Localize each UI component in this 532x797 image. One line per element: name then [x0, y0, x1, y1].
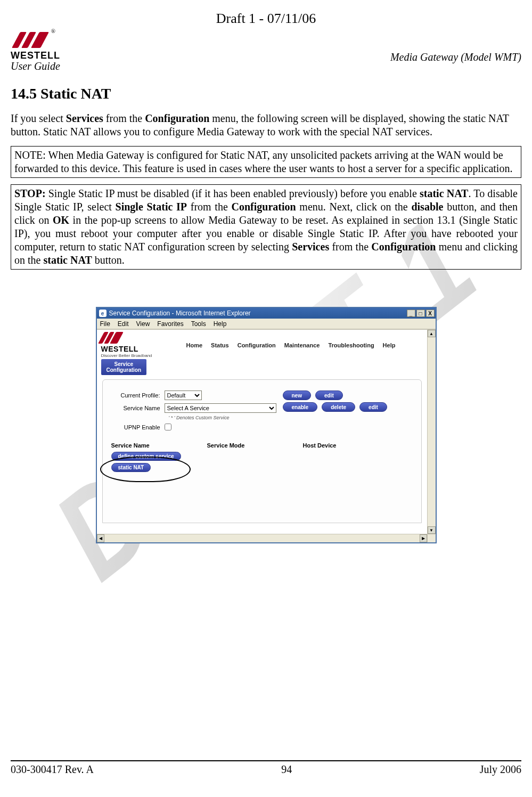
model-label: Media Gateway (Model WMT): [390, 51, 521, 63]
edit-profile-button[interactable]: edit: [315, 391, 343, 400]
service-config-panel: Current Profile: Default Service Name: [102, 379, 422, 523]
close-button[interactable]: X: [426, 310, 435, 317]
menu-help[interactable]: Help: [214, 320, 227, 328]
custom-service-footnote: ' * ' Denotes Custom Service: [169, 415, 230, 420]
section-title: 14.5 Static NAT: [11, 85, 521, 102]
app-logo: WESTELL Discover Better Broadband: [101, 332, 181, 358]
define-custom-service-button[interactable]: define custom service: [111, 452, 181, 461]
window-titlebar[interactable]: e Service Configuration - Microsoft Inte…: [97, 308, 436, 319]
nav-configuration[interactable]: Configuration: [238, 342, 276, 348]
nav-help[interactable]: Help: [383, 342, 396, 348]
ie-icon: e: [99, 310, 107, 317]
vertical-scrollbar[interactable]: ▲ ▼: [427, 330, 436, 534]
scroll-right-icon[interactable]: ▶: [420, 534, 427, 542]
minimize-button[interactable]: _: [407, 310, 415, 317]
maximize-button[interactable]: □: [416, 310, 425, 317]
service-name-select[interactable]: Select A Service: [165, 403, 276, 413]
nav-maintenance[interactable]: Maintenance: [284, 342, 320, 348]
note-box: NOTE: When Media Gateway is configured f…: [11, 146, 521, 178]
horizontal-scrollbar[interactable]: ◀ ▶: [97, 534, 427, 542]
nav-troubleshooting[interactable]: Troubleshooting: [328, 342, 374, 348]
menu-edit[interactable]: Edit: [118, 320, 129, 328]
scroll-down-icon[interactable]: ▼: [428, 526, 436, 534]
menu-favorites[interactable]: Favorites: [157, 320, 183, 328]
top-nav: Home Status Configuration Maintenance Tr…: [186, 342, 396, 348]
delete-service-button[interactable]: delete: [322, 402, 355, 412]
col-host-device: Host Device: [303, 442, 413, 449]
intro-paragraph: If you select Services from the Configur…: [11, 112, 521, 139]
footer-date: July 2006: [480, 763, 521, 776]
registered-mark: ®: [51, 28, 55, 34]
window-title: Service Configuration - Microsoft Intern…: [109, 310, 251, 317]
col-service-name: Service Name: [111, 442, 207, 449]
current-profile-select[interactable]: Default: [165, 391, 202, 400]
static-nat-button[interactable]: static NAT: [111, 463, 151, 472]
scroll-up-icon[interactable]: ▲: [428, 330, 436, 337]
westell-logo-text: WESTELL: [11, 50, 60, 61]
stop-box: STOP: Single Static IP must be disabled …: [11, 184, 521, 270]
menu-view[interactable]: View: [136, 320, 150, 328]
footer-rev: 030-300417 Rev. A: [11, 763, 94, 776]
new-profile-button[interactable]: new: [283, 391, 311, 400]
nav-home[interactable]: Home: [186, 342, 203, 348]
upnp-enable-checkbox[interactable]: [165, 424, 171, 430]
footer-page-number: 94: [281, 763, 292, 776]
enable-service-button[interactable]: enable: [283, 402, 318, 412]
scrollbar-corner: [427, 534, 436, 542]
service-name-label: Service Name: [111, 405, 165, 411]
menu-file[interactable]: File: [100, 320, 110, 328]
browser-window: e Service Configuration - Microsoft Inte…: [96, 307, 437, 543]
menubar: File Edit View Favorites Tools Help: [97, 319, 436, 329]
draft-header: Draft 1 - 07/11/06: [11, 11, 521, 27]
col-service-mode: Service Mode: [207, 442, 303, 449]
user-guide-label: User Guide: [11, 60, 60, 72]
service-configuration-tab[interactable]: Service Configuration: [101, 359, 147, 375]
upnp-enable-label: UPNP Enable: [111, 424, 165, 430]
menu-tools[interactable]: Tools: [191, 320, 206, 328]
edit-service-button[interactable]: edit: [359, 402, 387, 412]
westell-logo-mark: ®: [11, 30, 59, 49]
current-profile-label: Current Profile:: [111, 392, 165, 398]
westell-logo: ® WESTELL: [11, 30, 60, 61]
nav-status[interactable]: Status: [211, 342, 229, 348]
scroll-left-icon[interactable]: ◀: [97, 534, 104, 542]
